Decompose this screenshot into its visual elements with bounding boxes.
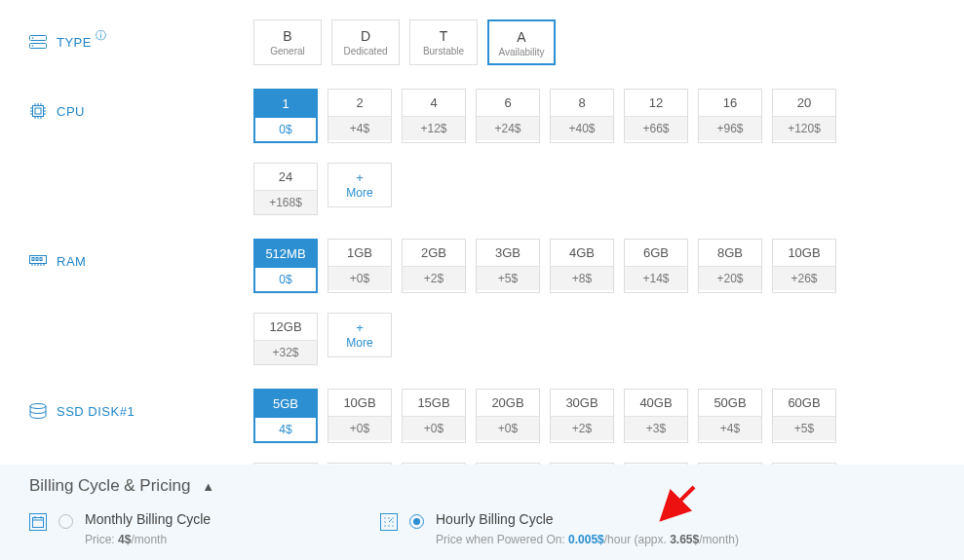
monthly-price: Price: 4$/month <box>85 533 211 546</box>
monthly-price-prefix: Price: <box>85 533 118 546</box>
ram-option[interactable]: 12GB+32$ <box>253 313 318 365</box>
cpu-icon <box>29 102 47 120</box>
disk-label-text: SSD DISK#1 <box>57 404 135 419</box>
ram-option-value: 4GB <box>551 240 613 266</box>
plus-icon: + <box>356 170 364 185</box>
ram-option-value: 3GB <box>477 240 539 266</box>
cpu-option-value: 2 <box>328 90 391 116</box>
cpu-options: 10$2+4$4+12$6+24$8+40$12+66$16+96$20+120… <box>253 89 935 215</box>
cpu-option[interactable]: 8+40$ <box>550 89 614 143</box>
billing-cycle-monthly[interactable]: Monthly Billing Cycle Price: 4$/month <box>29 511 322 546</box>
type-option-name: Burstable <box>413 46 474 56</box>
cpu-option[interactable]: 6+24$ <box>476 89 540 143</box>
cpu-option-value: 6 <box>477 90 539 116</box>
cpu-option[interactable]: 12+66$ <box>624 89 688 143</box>
type-option-name: Availability <box>492 47 551 57</box>
type-option[interactable]: DDedicated <box>331 19 400 65</box>
disk-option-value: 30GB <box>551 390 613 416</box>
svg-rect-4 <box>33 106 44 117</box>
disk-option[interactable]: 40GB+3$ <box>624 389 688 443</box>
server-icon <box>29 33 47 51</box>
cpu-option-value: 24 <box>254 164 317 190</box>
ram-option[interactable]: 10GB+26$ <box>772 239 836 293</box>
type-option[interactable]: BGeneral <box>253 19 322 65</box>
ram-option-price: +5$ <box>477 266 539 290</box>
ram-option-price: +20$ <box>699 266 761 290</box>
ram-option[interactable]: 1GB+0$ <box>328 239 392 293</box>
hourly-radio[interactable] <box>409 514 424 529</box>
hourly-price-value: 0.005$ <box>568 533 604 546</box>
type-option[interactable]: AAvailability <box>487 19 556 65</box>
ram-option[interactable]: 3GB+5$ <box>476 239 540 293</box>
type-option[interactable]: TBurstable <box>409 19 478 65</box>
hourly-price: Price when Powered On: 0.005$/hour (appx… <box>436 533 739 546</box>
billing-panel: Billing Cycle & Pricing ▲ Monthly Billin… <box>0 465 964 560</box>
disk-option-value: 20GB <box>477 390 539 416</box>
type-option-code: B <box>257 28 318 44</box>
ram-option-more-button[interactable]: +More <box>328 313 392 357</box>
cpu-option[interactable]: 16+96$ <box>698 89 762 143</box>
ram-option[interactable]: 6GB+14$ <box>624 239 688 293</box>
disk-option-value: 15GB <box>403 390 465 416</box>
disk-option[interactable]: 60GB+5$ <box>772 389 836 443</box>
cpu-label: CPU <box>29 89 253 120</box>
disk-option[interactable]: 50GB+4$ <box>698 389 762 443</box>
cpu-option[interactable]: 4+12$ <box>402 89 466 143</box>
cpu-label-text: CPU <box>57 104 85 119</box>
type-option-code: D <box>335 28 396 44</box>
ram-option-price: +14$ <box>625 266 687 290</box>
cpu-option-price: +12$ <box>403 116 465 140</box>
svg-point-35 <box>384 521 385 522</box>
disk-option-value: 50GB <box>699 390 761 416</box>
svg-rect-5 <box>35 108 41 114</box>
disk-option[interactable]: 30GB+2$ <box>550 389 614 443</box>
ram-options: 512MB0$1GB+0$2GB+2$3GB+5$4GB+8$6GB+14$8G… <box>253 239 935 365</box>
plus-icon: + <box>356 320 364 335</box>
ram-option[interactable]: 8GB+20$ <box>698 239 762 293</box>
svg-point-27 <box>30 404 46 409</box>
cpu-option[interactable]: 20+120$ <box>772 89 836 143</box>
disk-option[interactable]: 10GB+0$ <box>328 389 392 443</box>
svg-rect-26 <box>40 258 42 261</box>
type-row: TYPE ⓘ BGeneralDDedicatedTBurstableAAvai… <box>29 19 935 65</box>
ram-option[interactable]: 2GB+2$ <box>402 239 466 293</box>
disk-option-price: +0$ <box>328 416 391 440</box>
svg-point-33 <box>388 517 389 518</box>
ram-row: RAM 512MB0$1GB+0$2GB+2$3GB+5$4GB+8$6GB+1… <box>29 239 935 365</box>
more-label: More <box>346 336 372 350</box>
billing-cycle-hourly[interactable]: Hourly Billing Cycle Price when Powered … <box>380 511 739 546</box>
disk-option[interactable]: 5GB4$ <box>253 389 318 443</box>
info-icon[interactable]: ⓘ <box>96 28 107 43</box>
ram-option-value: 512MB <box>255 241 316 267</box>
cpu-option-price: +120$ <box>773 116 835 140</box>
cpu-option[interactable]: 10$ <box>253 89 318 143</box>
cpu-option[interactable]: 24+168$ <box>253 163 318 215</box>
ram-option[interactable]: 512MB0$ <box>253 239 318 293</box>
disk-option-price: +0$ <box>403 416 465 440</box>
disk-option-price: +5$ <box>773 416 835 440</box>
ram-label-text: RAM <box>57 254 86 269</box>
cpu-option-price: +168$ <box>254 190 317 214</box>
svg-rect-28 <box>33 518 44 528</box>
hourly-label: Hourly Billing Cycle <box>436 511 739 527</box>
cpu-option-more-button[interactable]: +More <box>328 163 392 207</box>
type-label: TYPE ⓘ <box>29 19 253 51</box>
monthly-radio[interactable] <box>58 514 73 529</box>
ram-option[interactable]: 4GB+8$ <box>550 239 614 293</box>
svg-point-39 <box>392 525 393 526</box>
more-label: More <box>346 186 372 200</box>
calendar-icon <box>29 513 47 531</box>
disk-option-price: +2$ <box>551 416 613 440</box>
disk-option[interactable]: 20GB+0$ <box>476 389 540 443</box>
type-options: BGeneralDDedicatedTBurstableAAvailabilit… <box>253 19 935 65</box>
cpu-option[interactable]: 2+4$ <box>328 89 392 143</box>
billing-panel-header[interactable]: Billing Cycle & Pricing ▲ <box>29 476 935 496</box>
disk-option-price: +3$ <box>625 416 687 440</box>
disk-option[interactable]: 15GB+0$ <box>402 389 466 443</box>
chevron-up-icon[interactable]: ▲ <box>202 479 214 494</box>
ram-option-value: 10GB <box>773 240 835 266</box>
disk-option-value: 10GB <box>328 390 391 416</box>
svg-point-36 <box>392 521 393 522</box>
ram-option-price: +32$ <box>254 340 317 364</box>
svg-point-3 <box>32 45 34 47</box>
